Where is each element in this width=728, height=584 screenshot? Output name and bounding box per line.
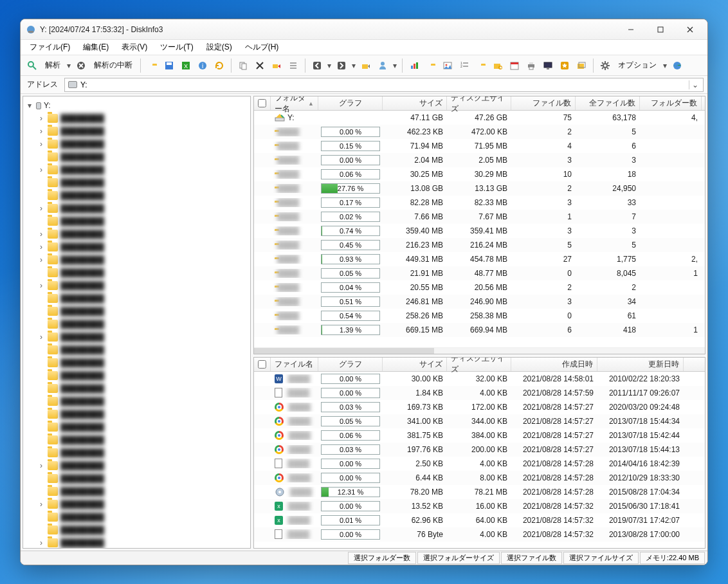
menu-view[interactable]: 表示(V) — [115, 41, 154, 54]
tree-root[interactable]: ▾ Y: — [26, 99, 248, 112]
abort-label[interactable]: 解析の中断 — [90, 60, 136, 71]
tree-item[interactable]: ›████████ — [26, 498, 248, 511]
chevron-down-icon[interactable]: ⌄ — [689, 80, 700, 89]
tree-item[interactable]: ›████████ — [26, 253, 248, 266]
folder-row[interactable]: ████0.54 %258.26 MB258.38 MB061 — [254, 309, 705, 323]
options-label[interactable]: オプション — [614, 60, 660, 71]
menu-settings[interactable]: 設定(S) — [200, 41, 239, 54]
address-input[interactable]: Y: ⌄ — [64, 78, 704, 92]
tree-item[interactable]: ████████ — [26, 343, 248, 356]
options-dropdown-icon[interactable]: ▾ — [662, 61, 668, 70]
expand-icon[interactable]: › — [37, 230, 45, 239]
file-row[interactable]: ████0.00 %76 Byte4.00 KB2021/08/28 14:57… — [254, 527, 705, 542]
forward-dropdown-icon[interactable]: ▾ — [350, 61, 357, 70]
folder-row[interactable]: Y:47.11 GB47.26 GB7563,1784, — [254, 111, 705, 125]
tree-item[interactable]: ████████ — [26, 292, 248, 305]
folder-row[interactable]: ████0.06 %30.25 MB30.29 MB1018 — [254, 167, 705, 181]
file-row[interactable]: ████0.06 %381.75 KB384.00 KB2021/08/28 1… — [254, 428, 705, 443]
tree-item[interactable]: ›████████ — [26, 536, 248, 549]
expand-icon[interactable]: › — [37, 165, 45, 174]
minimize-button[interactable] — [616, 20, 646, 39]
header-created[interactable]: 作成日時 — [511, 358, 597, 371]
file-row[interactable]: ████0.00 %6.44 KB8.00 KB2021/08/28 14:57… — [254, 471, 705, 485]
copy-icon[interactable] — [235, 58, 251, 73]
analyze-dropdown-icon[interactable]: ▾ — [66, 61, 72, 70]
tree-item[interactable]: ████████ — [26, 395, 248, 408]
maximize-button[interactable] — [646, 20, 675, 39]
export-icon[interactable]: X — [178, 58, 194, 73]
file-row[interactable]: x████0.00 %13.52 KB16.00 KB2021/08/28 14… — [254, 499, 705, 513]
numbered-list-icon[interactable]: 12 — [457, 58, 472, 73]
file-row[interactable]: ████12.31 %78.20 MB78.21 MB2021/08/28 14… — [254, 485, 705, 499]
tree-item[interactable]: ████████ — [26, 408, 248, 421]
tree-item[interactable]: ████████ — [26, 369, 248, 382]
open-folder-icon[interactable] — [145, 58, 160, 73]
gear-icon[interactable] — [597, 58, 613, 73]
file-row[interactable]: W████0.00 %30.00 KB32.00 KB2021/08/28 14… — [254, 372, 705, 386]
tree-item[interactable]: ████████ — [26, 305, 248, 318]
tree-item[interactable]: ›████████ — [26, 112, 248, 125]
new-folder-icon[interactable]: ★ — [490, 58, 505, 73]
expand-icon[interactable]: › — [37, 461, 45, 470]
tree-item[interactable]: ████████ — [26, 189, 248, 202]
close-button[interactable] — [675, 20, 705, 39]
tree-item[interactable]: ›████████ — [26, 241, 248, 253]
header-size[interactable]: サイズ — [383, 96, 447, 110]
header-checkbox[interactable] — [254, 358, 271, 371]
file-row[interactable]: ████0.03 %169.73 KB172.00 KB2021/08/28 1… — [254, 400, 705, 414]
user-dropdown-icon[interactable]: ▾ — [392, 61, 398, 70]
folder-row[interactable]: ████0.74 %359.40 MB359.41 MB33 — [254, 224, 705, 238]
back-dropdown-icon[interactable]: ▾ — [326, 61, 332, 70]
header-graph[interactable]: グラフ — [318, 358, 383, 371]
file-list-body[interactable]: W████0.00 %30.00 KB32.00 KB2021/08/28 14… — [254, 372, 705, 548]
expand-icon[interactable]: › — [37, 140, 45, 149]
expand-icon[interactable]: › — [37, 114, 45, 123]
tree-item[interactable]: ████████ — [26, 151, 248, 163]
tree-item[interactable]: ████████ — [26, 215, 248, 228]
tree-item[interactable]: ████████ — [26, 421, 248, 433]
tree-item[interactable]: ›████████ — [26, 331, 248, 343]
printer-icon[interactable] — [523, 58, 539, 73]
file-row[interactable]: ████0.03 %197.76 KB200.00 KB2021/08/28 1… — [254, 443, 705, 457]
file-row[interactable]: ████0.00 %2.50 KB4.00 KB2021/08/28 14:57… — [254, 457, 705, 471]
menu-tool[interactable]: ツール(T) — [154, 41, 199, 54]
user-icon[interactable] — [375, 58, 390, 73]
tree-item[interactable]: ›████████ — [26, 202, 248, 215]
refresh-icon[interactable] — [212, 58, 227, 73]
tree-item[interactable]: ████████ — [26, 318, 248, 331]
folder-row[interactable]: ████0.45 %216.23 MB216.24 MB55 — [254, 238, 705, 252]
tree-item[interactable]: ›████████ — [26, 279, 248, 292]
header-graph[interactable]: グラフ — [318, 96, 383, 110]
info-icon[interactable]: i — [195, 58, 210, 73]
expand-icon[interactable]: › — [37, 281, 45, 290]
expand-icon[interactable]: › — [37, 204, 45, 213]
window-icon[interactable] — [574, 58, 589, 73]
select-all-files[interactable] — [258, 360, 266, 369]
header-disk-size[interactable]: ディスク上サイズ — [447, 96, 511, 110]
tree-item[interactable]: ████████ — [26, 485, 248, 498]
select-all-folders[interactable] — [258, 99, 266, 107]
file-row[interactable]: ████0.05 %341.00 KB344.00 KB2021/08/28 1… — [254, 414, 705, 428]
horizontal-scrollbar[interactable] — [254, 347, 705, 354]
header-folders[interactable]: フォルダー数 — [640, 96, 702, 110]
collapse-icon[interactable]: ▾ — [26, 101, 33, 110]
titlebar[interactable]: Y: [2024/07/24 17:53:32] - DiskInfo3 — [21, 19, 707, 40]
folder-tree[interactable]: ▾ Y: ›████████›████████›████████████████… — [23, 96, 251, 549]
expand-icon[interactable]: › — [37, 538, 45, 547]
tree-item[interactable]: ████████ — [26, 433, 248, 446]
header-files[interactable]: ファイル数 — [511, 96, 576, 110]
folder-row[interactable]: ████0.04 %20.55 MB20.56 MB22 — [254, 280, 705, 295]
monitor-icon[interactable] — [540, 58, 556, 73]
tree-item[interactable]: ████████ — [26, 446, 248, 459]
tree-item[interactable]: ›████████ — [26, 459, 248, 472]
header-file-name[interactable]: ファイル名 — [271, 358, 318, 371]
folders-icon[interactable] — [473, 58, 489, 73]
up-icon[interactable] — [358, 58, 374, 73]
header-disk-size[interactable]: ディスク上サイズ — [447, 358, 511, 371]
folder-row[interactable]: ████1.39 %669.15 MB669.94 MB64181 — [254, 323, 705, 337]
folder-row[interactable]: ████27.76 %13.08 GB13.13 GB224,950 — [254, 181, 705, 196]
folder-row[interactable]: ████0.51 %246.81 MB246.90 MB334 — [254, 295, 705, 309]
file-row[interactable]: x████0.01 %62.96 KB64.00 KB2021/08/28 14… — [254, 513, 705, 527]
folder-row[interactable]: ████0.05 %21.91 MB48.77 MB08,0451 — [254, 266, 705, 280]
move-icon[interactable] — [269, 58, 284, 73]
